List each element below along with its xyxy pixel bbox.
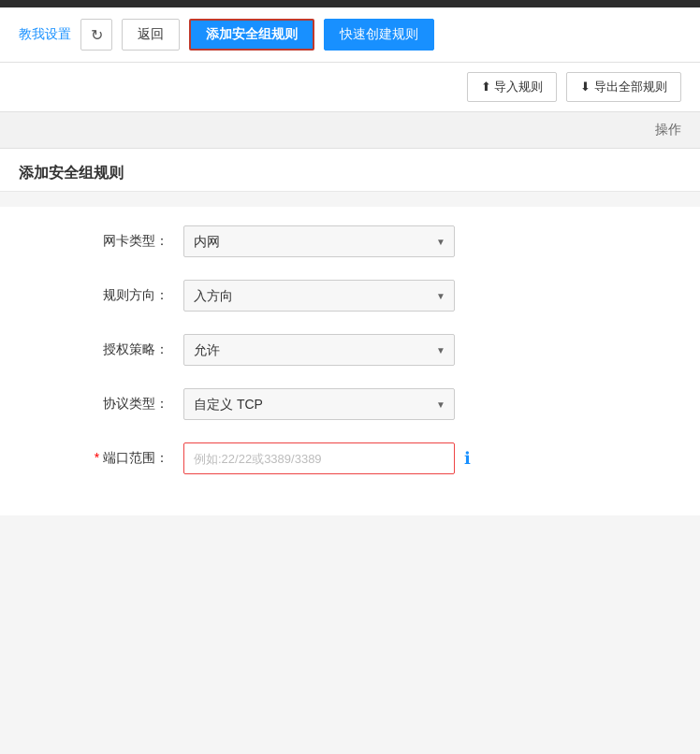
quick-create-button[interactable]: 快速创建规则 (324, 19, 434, 51)
toolbar: 教我设置 ↻ 返回 添加安全组规则 快速创建规则 (0, 7, 700, 63)
refresh-icon: ↻ (91, 26, 103, 44)
export-rule-button[interactable]: ⬇ 导出全部规则 (566, 72, 681, 102)
info-icon[interactable]: ℹ (464, 448, 471, 469)
divider (0, 191, 700, 192)
auth-policy-label: 授权策略： (75, 341, 168, 358)
table-header: 操作 (0, 112, 700, 149)
add-rule-button[interactable]: 添加安全组规则 (189, 19, 314, 51)
action-bar: ⬆ 导入规则 ⬇ 导出全部规则 (0, 63, 700, 112)
import-rule-button[interactable]: ⬆ 导入规则 (467, 72, 558, 102)
refresh-button[interactable]: ↻ (80, 19, 112, 51)
protocol-type-label: 协议类型： (75, 396, 168, 413)
section-title: 添加安全组规则 (0, 149, 700, 191)
form-row-auth-policy: 授权策略： 允许 拒绝 (19, 334, 681, 366)
auth-policy-select-wrapper: 允许 拒绝 (183, 334, 455, 366)
nic-type-label: 网卡类型： (75, 233, 168, 250)
form-container: 网卡类型： 内网 外网 规则方向： 入方向 出方向 授权策略： 允许 拒绝 (0, 207, 700, 515)
back-button[interactable]: 返回 (122, 19, 180, 51)
rule-direction-select-wrapper: 入方向 出方向 (183, 280, 455, 312)
form-row-rule-direction: 规则方向： 入方向 出方向 (19, 280, 681, 312)
nic-type-select[interactable]: 内网 外网 (183, 225, 455, 257)
protocol-type-select[interactable]: 自定义 TCP 自定义 UDP ALL ICMP (183, 388, 455, 420)
form-row-protocol-type: 协议类型： 自定义 TCP 自定义 UDP ALL ICMP (19, 388, 681, 420)
nic-type-select-wrapper: 内网 外网 (183, 225, 455, 257)
top-bar (0, 0, 700, 7)
operation-column-header: 操作 (655, 122, 681, 138)
form-row-port-range: 端口范围： ℹ (19, 442, 681, 474)
auth-policy-select[interactable]: 允许 拒绝 (183, 334, 455, 366)
teach-me-link[interactable]: 教我设置 (19, 26, 71, 43)
rule-direction-select[interactable]: 入方向 出方向 (183, 280, 455, 312)
rule-direction-label: 规则方向： (75, 287, 168, 304)
port-range-label: 端口范围： (75, 450, 168, 467)
protocol-type-select-wrapper: 自定义 TCP 自定义 UDP ALL ICMP (183, 388, 455, 420)
form-row-nic-type: 网卡类型： 内网 外网 (19, 225, 681, 257)
port-range-input[interactable] (183, 442, 455, 474)
